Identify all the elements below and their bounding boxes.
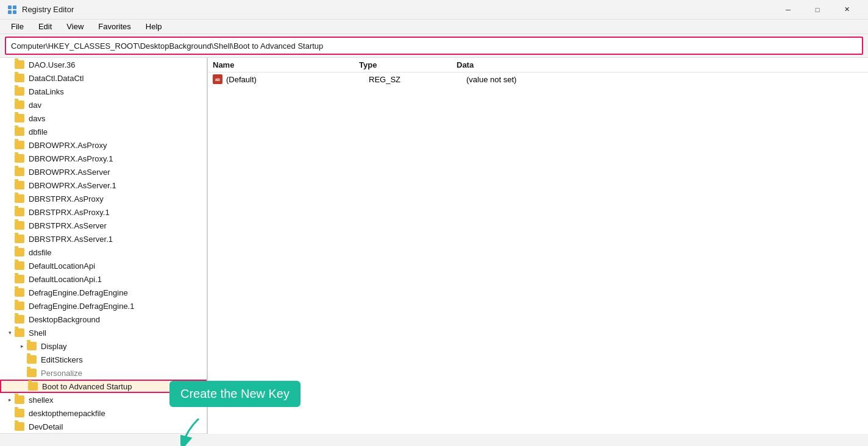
title-bar: Registry Editor ─ □ ✕	[0, 0, 868, 19]
tree-item-label: DBROWPRX.AsServer.1	[29, 181, 116, 190]
tree-item[interactable]: DevDetail	[0, 420, 207, 433]
tree-item-label: Boot to Advanced Startup	[42, 382, 132, 391]
row-data: (value not set)	[466, 75, 863, 84]
tree-item[interactable]: ▾Shell	[0, 326, 207, 339]
tree-item[interactable]: DBRSTPRX.AsServer.1	[0, 232, 207, 246]
tree-item-label: dbfile	[29, 127, 48, 136]
tree-item[interactable]: DefaultLocationApi	[0, 259, 207, 272]
folder-icon	[15, 74, 24, 82]
window-controls: ─ □ ✕	[774, 0, 861, 19]
tree-item-label: DBRSTPRX.AsProxy.1	[29, 208, 110, 217]
folder-icon	[15, 328, 24, 337]
folder-icon	[15, 127, 24, 136]
svg-rect-3	[13, 10, 16, 14]
tree-item[interactable]: DBRSTPRX.AsServer	[0, 219, 207, 232]
reg-sz-icon: ab	[213, 74, 222, 84]
menu-file[interactable]: File	[5, 21, 30, 32]
tree-item-label: DefaultLocationApi	[29, 261, 95, 271]
tree-item[interactable]: DBRSTPRX.AsProxy.1	[0, 205, 207, 219]
col-header-name: Name	[213, 60, 359, 69]
minimize-button[interactable]: ─	[774, 0, 802, 19]
tree-item-label: shellex	[29, 395, 53, 405]
tree-item[interactable]: DefaultLocationApi.1	[0, 272, 207, 286]
tree-item-label: DataCtl.DataCtl	[29, 74, 84, 83]
maximize-button[interactable]: □	[803, 0, 831, 19]
address-bar[interactable]: Computer\HKEY_CLASSES_ROOT\DesktopBackgr…	[5, 37, 863, 55]
tree-item-label: ddsfile	[29, 248, 52, 257]
row-name: (Default)	[226, 75, 369, 84]
close-button[interactable]: ✕	[833, 0, 861, 19]
folder-icon	[15, 315, 24, 324]
tree-item[interactable]: Personalize	[0, 366, 207, 380]
annotation-bubble: Create the New Key	[169, 381, 301, 407]
tree-item[interactable]: DataCtl.DataCtl	[0, 71, 207, 85]
tree-item-label: DesktopBackground	[29, 315, 100, 324]
tree-item[interactable]: davs	[0, 112, 207, 125]
tree-item[interactable]: DBROWPRX.AsProxy.1	[0, 152, 207, 165]
tree-item[interactable]: EditStickers	[0, 353, 207, 366]
menu-help[interactable]: Help	[140, 21, 168, 32]
folder-icon	[15, 208, 24, 216]
svg-rect-0	[8, 5, 12, 9]
tree-item[interactable]: DataLinks	[0, 85, 207, 98]
folder-icon	[15, 395, 24, 404]
tree-item-label: EditStickers	[41, 355, 83, 364]
right-panel-row[interactable]: ab(Default)REG_SZ(value not set)	[208, 73, 868, 86]
folder-icon	[27, 369, 37, 377]
folder-icon	[15, 409, 24, 417]
tree-item[interactable]: desktopthemepackfile	[0, 406, 207, 420]
svg-rect-1	[13, 5, 16, 9]
tree-item[interactable]: DefragEngine.DefragEngine	[0, 286, 207, 299]
tree-item-label: DefaultLocationApi.1	[29, 275, 102, 284]
tree-item-label: DBRSTPRX.AsProxy	[29, 194, 104, 204]
col-header-type: Type	[359, 60, 457, 69]
address-bar-value: Computer\HKEY_CLASSES_ROOT\DesktopBackgr…	[11, 41, 323, 51]
folder-icon	[15, 235, 24, 243]
folder-icon	[15, 221, 24, 230]
tree-item-label: DBROWPRX.AsServer	[29, 168, 110, 177]
tree-item-label: DataLinks	[29, 87, 64, 96]
tree-item[interactable]: DBROWPRX.AsProxy	[0, 138, 207, 152]
svg-rect-2	[8, 10, 12, 14]
folder-icon	[15, 248, 24, 257]
expand-arrow-icon[interactable]: ▸	[5, 397, 15, 403]
tree-item[interactable]: DBROWPRX.AsServer	[0, 165, 207, 179]
folder-icon	[15, 194, 24, 203]
folder-icon	[27, 355, 37, 364]
tree-item[interactable]: dbfile	[0, 125, 207, 138]
tree-item[interactable]: dav	[0, 98, 207, 112]
tree-item[interactable]: ddsfile	[0, 246, 207, 259]
folder-icon	[15, 87, 24, 96]
tree-item-label: DAO.User.36	[29, 60, 76, 69]
tree-item-label: Display	[41, 342, 67, 351]
tree-item[interactable]: DesktopBackground	[0, 313, 207, 326]
folder-icon	[15, 141, 24, 149]
folder-icon	[15, 288, 24, 297]
tree-item-label: DBROWPRX.AsProxy.1	[29, 154, 113, 163]
horizontal-scrollbar[interactable]	[0, 433, 207, 434]
folder-icon	[15, 154, 24, 163]
tree-item[interactable]: DBRSTPRX.AsProxy	[0, 192, 207, 205]
tree-item-label: davs	[29, 114, 45, 123]
tree-item[interactable]: DBROWPRX.AsServer.1	[0, 179, 207, 192]
menu-view[interactable]: View	[60, 21, 90, 32]
app-icon	[7, 5, 17, 15]
expand-arrow-icon[interactable]: ▸	[17, 343, 27, 349]
folder-icon	[15, 422, 24, 431]
tree-item[interactable]: DefragEngine.DefragEngine.1	[0, 299, 207, 313]
folder-icon	[27, 342, 37, 350]
folder-icon	[15, 114, 24, 122]
annotation-arrow	[180, 419, 205, 446]
tree-item-label: DefragEngine.DefragEngine.1	[29, 302, 134, 311]
expand-arrow-icon[interactable]: ▾	[5, 330, 15, 336]
tree-item-label: Shell	[29, 328, 46, 338]
menu-edit[interactable]: Edit	[32, 21, 58, 32]
menu-favorites[interactable]: Favorites	[92, 21, 137, 32]
folder-icon	[28, 382, 38, 391]
tree-item[interactable]: ▸Display	[0, 339, 207, 353]
tree-item-label: DevDetail	[29, 422, 63, 431]
tree-item-label: desktopthemepackfile	[29, 409, 105, 418]
menu-bar: File Edit View Favorites Help	[0, 19, 868, 34]
tree-item[interactable]: DAO.User.36	[0, 58, 207, 71]
tree-item-label: DBROWPRX.AsProxy	[29, 141, 107, 150]
